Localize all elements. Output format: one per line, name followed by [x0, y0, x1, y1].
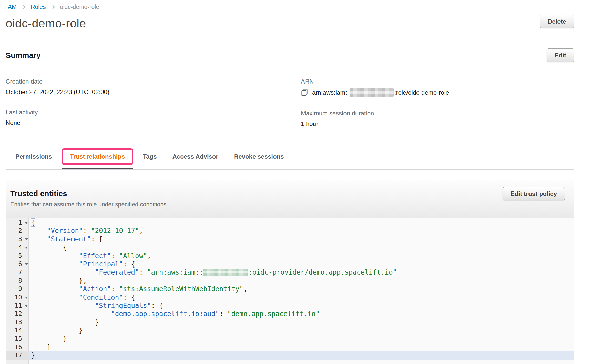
creation-date-field: Creation date October 27, 2022, 22:23 (U… — [6, 78, 295, 96]
token-punc: : { — [123, 294, 135, 301]
code-line-text: } — [29, 318, 574, 326]
line-number: 5 — [6, 252, 29, 260]
code-line-text: } — [29, 326, 574, 335]
line-number: 7 — [6, 268, 29, 276]
line-number: 16 — [6, 343, 29, 351]
token-key: "Condition" — [79, 294, 123, 301]
fold-toggle-icon[interactable] — [25, 263, 28, 265]
breadcrumb-link-iam[interactable]: IAM — [6, 4, 17, 11]
editor-line: 15} — [6, 335, 574, 343]
indent-guide — [63, 260, 63, 268]
edit-trust-policy-button[interactable]: Edit trust policy — [503, 187, 565, 200]
token-punc: , — [139, 227, 143, 235]
token-punc: : { — [151, 302, 163, 309]
fold-toggle-icon[interactable] — [25, 305, 28, 307]
indent-guide — [47, 318, 47, 326]
token-key: "StringEquals" — [95, 302, 151, 309]
code-line-text: "Principal": { — [29, 260, 574, 268]
indent-guide — [79, 301, 79, 310]
chevron-right-icon — [51, 5, 55, 9]
token-key: "Principal" — [79, 260, 123, 268]
arn-value: arn:aws:iam:::role/oidc-demo-role — [301, 88, 574, 97]
indent-guide — [63, 252, 63, 260]
summary-section-header: Summary Edit — [6, 48, 574, 62]
arn-text: arn:aws:iam:::role/oidc-demo-role — [312, 88, 449, 97]
token-key: "Statement" — [47, 235, 91, 243]
token-punc: : { — [123, 260, 135, 268]
creation-date-value: October 27, 2022, 22:23 (UTC+02:00) — [6, 88, 295, 96]
summary-left-column: Creation date October 27, 2022, 22:23 (U… — [6, 68, 295, 136]
indent-guide — [47, 252, 47, 260]
arn-field: ARN arn:aws:iam:::role/oidc-demo-role — [301, 78, 574, 97]
token-str: "2012-10-17" — [91, 227, 139, 235]
tab-bar: PermissionsTrust relationshipsTagsAccess… — [6, 144, 574, 170]
policy-editor[interactable]: 1{2"Version": "2012-10-17",3"Statement":… — [6, 218, 574, 364]
fold-toggle-icon[interactable] — [25, 238, 28, 240]
token-key: "Effect" — [79, 252, 111, 260]
line-number: 15 — [6, 335, 29, 343]
token-punc: : — [111, 285, 119, 293]
iam-role-detail-page: IAMRolesoidc-demo-role oidc-demo-role De… — [0, 0, 590, 364]
indent-guide — [63, 277, 63, 285]
summary-grid: Creation date October 27, 2022, 22:23 (U… — [6, 68, 574, 136]
breadcrumb-link-roles[interactable]: Roles — [31, 4, 46, 11]
code-line-text: "Condition": { — [29, 293, 574, 301]
code-line-text: "Effect": "Allow", — [29, 252, 574, 260]
code-line-text: } — [29, 351, 574, 359]
trusted-entities-title: Trusted entities — [10, 190, 574, 197]
page-title: oidc-demo-role — [6, 15, 86, 30]
trusted-entities-panel: Trusted entities Entities that can assum… — [6, 180, 574, 364]
line-number: 6 — [6, 260, 29, 268]
copy-arn-button[interactable] — [301, 89, 308, 97]
copy-icon — [301, 89, 308, 97]
fold-toggle-icon[interactable] — [25, 222, 28, 224]
tab-permissions[interactable]: Permissions — [6, 144, 59, 169]
token-punc: ] — [47, 343, 51, 351]
page-header: oidc-demo-role Delete — [6, 15, 574, 30]
token-punc: , — [243, 285, 248, 293]
code-line-text: "StringEquals": { — [29, 301, 574, 310]
token-punc: } — [95, 318, 99, 326]
code-line-text: { — [29, 243, 574, 251]
editor-line: 11"StringEquals": { — [6, 301, 574, 310]
delete-button[interactable]: Delete — [540, 15, 574, 28]
indent-guide — [63, 293, 63, 301]
fold-toggle-icon[interactable] — [25, 297, 28, 299]
tab-trust-relationships-annotated[interactable]: Trust relationships — [62, 148, 134, 165]
editor-line: 10"Condition": { — [6, 293, 574, 301]
fold-toggle-icon[interactable] — [25, 247, 28, 249]
token-str: "Allow" — [119, 252, 147, 260]
token-key: "Action" — [79, 285, 111, 293]
line-number: 10 — [6, 293, 29, 301]
tab-tags[interactable]: Tags — [136, 144, 164, 169]
line-number: 2 — [6, 227, 29, 235]
line-number: 3 — [6, 235, 29, 243]
token-punc: : — [219, 310, 227, 318]
tab-separator — [226, 150, 226, 163]
code-line-text: ] — [29, 343, 574, 351]
indent-guide — [63, 268, 63, 276]
redacted-account-id — [350, 88, 394, 97]
editor-line: 9"Action": "sts:AssumeRoleWithWebIdentit… — [6, 285, 574, 293]
indent-guide — [63, 318, 63, 326]
code-line-text: { — [29, 218, 574, 227]
tab-access-advisor[interactable]: Access Advisor — [165, 144, 226, 169]
code-line-text: } — [29, 335, 574, 343]
line-number: 4 — [6, 243, 29, 251]
code-line-text: }, — [29, 277, 574, 285]
line-number: 12 — [6, 310, 29, 318]
arn-label: ARN — [301, 78, 574, 85]
breadcrumb: IAMRolesoidc-demo-role — [6, 3, 574, 11]
code-line-text: "Version": "2012-10-17", — [29, 227, 574, 235]
tab-revoke-sessions[interactable]: Revoke sessions — [227, 144, 291, 169]
indent-guide — [79, 318, 79, 326]
editor-line: 12"demo.app.spacelift.io:aud": "demo.app… — [6, 310, 574, 318]
max-session-field: Maximum session duration 1 hour — [301, 110, 574, 127]
editor-line: 16] — [6, 343, 574, 351]
indent-guide — [47, 285, 47, 293]
indent-guide — [63, 326, 63, 335]
indent-guide — [47, 335, 47, 343]
edit-button[interactable]: Edit — [547, 48, 574, 62]
line-number: 13 — [6, 318, 29, 326]
token-punc: { — [63, 244, 67, 251]
